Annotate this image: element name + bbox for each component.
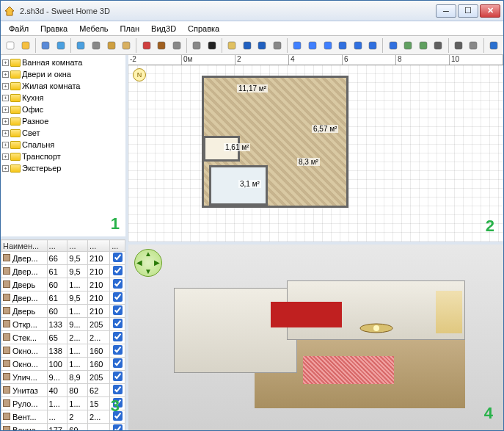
create-text-button[interactable]: [291, 38, 304, 53]
cell-visible[interactable]: [110, 358, 125, 371]
expand-icon[interactable]: +: [2, 142, 9, 148]
cell-visible[interactable]: [110, 318, 125, 331]
menu-мебель[interactable]: Мебель: [74, 23, 113, 35]
expand-icon[interactable]: +: [2, 95, 9, 101]
table-row[interactable]: Дверь601...210: [1, 278, 125, 291]
preferences-button[interactable]: [467, 38, 481, 53]
view-3d[interactable]: ▲ ◀▶ ▼ 4: [128, 245, 503, 431]
visibility-checkbox[interactable]: [113, 279, 123, 289]
select-button[interactable]: [205, 38, 219, 53]
expand-icon[interactable]: +: [2, 153, 9, 160]
copy-button[interactable]: [104, 38, 118, 53]
furniture-list-table[interactable]: Наимен............... Двер...669,5210 Дв…: [1, 239, 125, 430]
help-button[interactable]: [487, 38, 501, 53]
cell-visible[interactable]: [110, 344, 125, 358]
visibility-checkbox[interactable]: [113, 319, 123, 328]
expand-icon[interactable]: +: [2, 130, 9, 137]
catalog-category[interactable]: +Кухня: [2, 92, 124, 104]
maximize-button[interactable]: ☐: [458, 4, 478, 18]
catalog-category[interactable]: +Спальня: [2, 139, 124, 151]
minimize-button[interactable]: ─: [436, 4, 456, 18]
create-room-button[interactable]: [255, 38, 269, 53]
table-row[interactable]: Улич...9...8,9205: [1, 371, 125, 384]
table-header[interactable]: ...: [110, 240, 125, 252]
nav-down-icon[interactable]: ▼: [144, 267, 153, 276]
visibility-checkbox[interactable]: [113, 345, 123, 355]
expand-icon[interactable]: +: [2, 106, 9, 113]
table-row[interactable]: Унитаз408062: [1, 384, 125, 397]
catalog-category[interactable]: +Офис: [2, 104, 124, 115]
magnifier-minus-button[interactable]: [417, 38, 431, 53]
export-button[interactable]: [190, 38, 204, 53]
undo-button[interactable]: [54, 38, 68, 53]
visibility-checkbox[interactable]: [113, 358, 123, 368]
delete-button[interactable]: [139, 38, 153, 53]
nav-3d-widget[interactable]: ▲ ◀▶ ▼: [134, 249, 162, 277]
catalog-category[interactable]: +Ванная комната: [2, 57, 124, 68]
zoom-in-button[interactable]: [306, 38, 320, 53]
paste-button[interactable]: [120, 38, 134, 53]
text-bigger-button[interactable]: [336, 38, 350, 53]
menu-план[interactable]: План: [115, 23, 145, 35]
table-header[interactable]: ...: [67, 240, 88, 252]
table-row[interactable]: Откр...1339...205: [1, 318, 125, 331]
cell-visible[interactable]: [110, 331, 125, 344]
menu-вид3d[interactable]: Вид3D: [146, 23, 181, 35]
expand-icon[interactable]: +: [2, 71, 9, 78]
cell-visible[interactable]: [110, 371, 125, 384]
cell-visible[interactable]: [110, 278, 125, 291]
pan-button[interactable]: [225, 38, 239, 53]
save-button[interactable]: [39, 38, 53, 53]
cell-visible[interactable]: [110, 384, 125, 397]
catalog-category[interactable]: +Двери и окна: [2, 68, 124, 80]
add-furniture-button[interactable]: [155, 38, 169, 53]
table-row[interactable]: Окно...1381...160: [1, 344, 125, 358]
table-row[interactable]: Стек...652...2...: [1, 331, 125, 344]
visibility-checkbox[interactable]: [113, 292, 123, 302]
visibility-checkbox[interactable]: [113, 424, 123, 430]
table-row[interactable]: Двер...619,5210: [1, 265, 125, 278]
table-header[interactable]: ...: [88, 240, 110, 252]
create-walls-button[interactable]: [240, 38, 254, 53]
catalog-category[interactable]: +Жилая комната: [2, 80, 124, 92]
expand-icon[interactable]: +: [2, 83, 9, 90]
cell-visible[interactable]: [110, 424, 125, 431]
nav-up-icon[interactable]: ▲: [144, 250, 153, 258]
visibility-checkbox[interactable]: [113, 253, 123, 262]
catalog-category[interactable]: +Экстерьер: [2, 162, 124, 174]
furniture-catalog-tree[interactable]: +Ванная комната+Двери и окна+Жилая комна…: [1, 55, 125, 236]
catalog-category[interactable]: +Транспорт: [2, 151, 124, 162]
cell-visible[interactable]: [110, 252, 125, 265]
cell-visible[interactable]: [110, 265, 125, 278]
italic-button[interactable]: [366, 38, 380, 53]
nav-right-icon[interactable]: ▶: [153, 258, 161, 267]
plan-2d-view[interactable]: -20м246810 N 11,17 м²1,61 м²3,1 м²6,57 м…: [128, 55, 503, 245]
expand-icon[interactable]: +: [2, 118, 9, 125]
cell-visible[interactable]: [110, 291, 125, 305]
magnifier-plus-button[interactable]: [401, 38, 415, 53]
open-button[interactable]: [19, 38, 33, 53]
text-smaller-button[interactable]: [351, 38, 365, 53]
menu-правка[interactable]: Правка: [35, 23, 73, 35]
compass-icon[interactable]: N: [133, 68, 146, 82]
visibility-checkbox[interactable]: [113, 305, 123, 315]
create-dimensions-button[interactable]: [271, 38, 285, 53]
table-header[interactable]: Наимен...: [1, 240, 48, 252]
video-button[interactable]: [452, 38, 466, 53]
import-button[interactable]: [169, 38, 183, 53]
expand-icon[interactable]: +: [2, 59, 9, 66]
table-row[interactable]: Дверь601...210: [1, 305, 125, 318]
nav-left-icon[interactable]: ◀: [135, 258, 144, 267]
menu-файл[interactable]: Файл: [4, 23, 34, 35]
table-row[interactable]: Двер...619,5210: [1, 291, 125, 305]
zoom-out-button[interactable]: [321, 38, 335, 53]
menu-справка[interactable]: Справка: [183, 23, 224, 35]
photo-button[interactable]: [431, 38, 445, 53]
close-button[interactable]: ✕: [480, 4, 500, 18]
table-row[interactable]: Окно...1001...160: [1, 358, 125, 371]
cell-visible[interactable]: [110, 305, 125, 318]
visibility-checkbox[interactable]: [113, 266, 123, 275]
redo-button[interactable]: [74, 38, 88, 53]
table-row[interactable]: Двер...669,5210: [1, 252, 125, 265]
visibility-checkbox[interactable]: [113, 372, 123, 381]
